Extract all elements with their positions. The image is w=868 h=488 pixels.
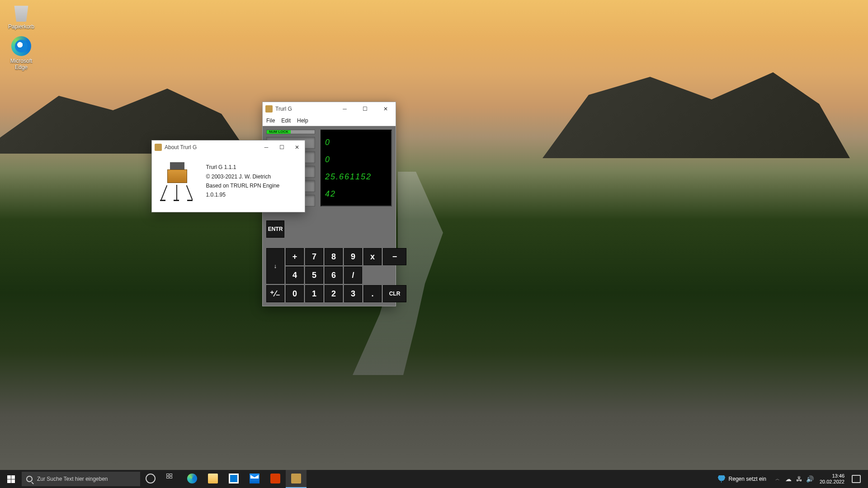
- key-0[interactable]: 0: [286, 285, 304, 302]
- display-line-2: 25.661152: [325, 172, 387, 182]
- desktop-icon-edge[interactable]: Microsoft Edge: [4, 36, 39, 70]
- action-center-icon[interactable]: [852, 475, 861, 483]
- start-button[interactable]: [0, 470, 22, 488]
- key-8[interactable]: 8: [325, 248, 343, 265]
- display-line-1: 0: [325, 155, 387, 164]
- window-about-trurl-g: About Trurl G ─ ☐ ✕ Trurl G 1.1.1 © 2003…: [151, 140, 305, 212]
- tray-overflow-chevron-icon[interactable]: ︿: [774, 475, 782, 483]
- key-7[interactable]: 7: [305, 248, 323, 265]
- key-2[interactable]: 2: [325, 285, 343, 302]
- key-3[interactable]: 3: [344, 285, 362, 302]
- app-icon: [155, 144, 162, 151]
- about-version: Trurl G 1.1.1: [206, 163, 300, 172]
- maximize-button[interactable]: ☐: [274, 141, 289, 154]
- taskbar-app-trurl-g[interactable]: [286, 470, 307, 488]
- weather-widget[interactable]: Regen setzt ein: [713, 475, 771, 483]
- key-multiply[interactable]: x: [363, 248, 382, 265]
- calculator-display: 0 0 25.661152 42: [321, 130, 392, 206]
- titlebar[interactable]: About Trurl G ─ ☐ ✕: [152, 141, 305, 154]
- key-enter[interactable]: ENTR: [266, 221, 284, 238]
- key-dot[interactable]: .: [363, 285, 382, 302]
- clock-date: 20.02.2022: [820, 479, 844, 485]
- key-9[interactable]: 9: [344, 248, 362, 265]
- key-plus[interactable]: +: [286, 248, 304, 265]
- minimize-button[interactable]: ─: [335, 102, 355, 116]
- search-icon: [26, 476, 33, 482]
- recycle-bin-icon: [11, 2, 31, 22]
- display-line-0: 0: [325, 138, 387, 147]
- taskbar-app-explorer[interactable]: [203, 470, 223, 488]
- clock-time: 13:46: [820, 473, 844, 479]
- numlock-on-label: NUM LOCK: [267, 130, 291, 134]
- about-body: Trurl G 1.1.1 © 2003-2021 J. W. Dietrich…: [152, 154, 305, 208]
- titlebar[interactable]: Trurl G ─ ☐ ✕: [263, 102, 396, 116]
- close-button[interactable]: ✕: [289, 141, 305, 154]
- desktop-icon-label: Papierkorb: [4, 23, 39, 30]
- maximize-button[interactable]: ☐: [355, 102, 375, 116]
- taskbar-clock[interactable]: 13:46 20.02.2022: [817, 473, 847, 485]
- mail-icon: [250, 474, 259, 483]
- taskview-icon: [166, 474, 176, 483]
- taskbar-search[interactable]: Zur Suche Text hier eingeben: [22, 472, 140, 486]
- network-icon[interactable]: 🖧: [795, 475, 803, 483]
- taskbar-app-store[interactable]: [223, 470, 244, 488]
- taskbar-app-office[interactable]: [265, 470, 286, 488]
- key-5[interactable]: 5: [305, 267, 323, 284]
- search-placeholder: Zur Suche Text hier eingeben: [37, 476, 108, 482]
- numlock-indicator[interactable]: NUM LOCK: [266, 130, 315, 134]
- minimize-button[interactable]: ─: [259, 141, 274, 154]
- store-icon: [229, 474, 239, 483]
- taskbar-app-edge[interactable]: [182, 470, 203, 488]
- display-line-3: 42: [325, 189, 387, 199]
- volume-icon[interactable]: 🔊: [806, 475, 814, 483]
- folder-icon: [208, 474, 218, 483]
- key-down[interactable]: ↓: [266, 248, 284, 284]
- umbrella-icon: [718, 475, 725, 483]
- key-plusminus[interactable]: ⁺∕₋: [266, 285, 284, 302]
- weather-text: Regen setzt ein: [729, 476, 766, 482]
- app-icon: [291, 474, 301, 483]
- desktop-icon-recycle-bin[interactable]: Papierkorb: [4, 2, 39, 30]
- cortana-button[interactable]: [140, 470, 161, 488]
- about-engine: Based on TRURL RPN Engine 1.0.1.95: [206, 181, 300, 200]
- menubar: File Edit Help: [263, 116, 396, 126]
- key-clear[interactable]: CLR: [383, 285, 406, 302]
- keypad: ↓ + 7 8 9 x ENTR − 4 5 6 / ⁺∕₋ 0 1 2 3 .…: [266, 211, 392, 302]
- desktop-icon-label: Microsoft Edge: [4, 58, 39, 70]
- taskview-button[interactable]: [161, 470, 182, 488]
- edge-icon: [11, 36, 31, 56]
- menu-file[interactable]: File: [266, 117, 275, 124]
- window-title: About Trurl G: [165, 144, 259, 150]
- menu-help[interactable]: Help: [297, 117, 308, 124]
- app-icon: [265, 105, 273, 113]
- menu-edit[interactable]: Edit: [281, 117, 291, 124]
- window-title: Trurl G: [275, 106, 335, 112]
- key-divide[interactable]: /: [344, 267, 362, 284]
- about-copyright: © 2003-2021 J. W. Dietrich: [206, 172, 300, 181]
- lunar-lander-icon: [156, 160, 198, 202]
- wallpaper-mountains: [0, 81, 868, 163]
- onedrive-icon[interactable]: ☁: [784, 475, 793, 483]
- system-tray: Regen setzt ein ︿ ☁ 🖧 🔊 13:46 20.02.2022: [713, 473, 868, 485]
- numlock-off: [291, 130, 315, 134]
- key-minus[interactable]: −: [383, 248, 406, 265]
- cortana-icon: [146, 474, 156, 483]
- edge-icon: [187, 474, 197, 483]
- taskbar-app-mail[interactable]: [244, 470, 265, 488]
- key-6[interactable]: 6: [325, 267, 343, 284]
- key-1[interactable]: 1: [305, 285, 323, 302]
- office-icon: [270, 474, 280, 483]
- windows-logo-icon: [7, 475, 15, 483]
- taskbar: Zur Suche Text hier eingeben Regen setzt…: [0, 470, 868, 488]
- key-4[interactable]: 4: [286, 267, 304, 284]
- close-button[interactable]: ✕: [375, 102, 396, 116]
